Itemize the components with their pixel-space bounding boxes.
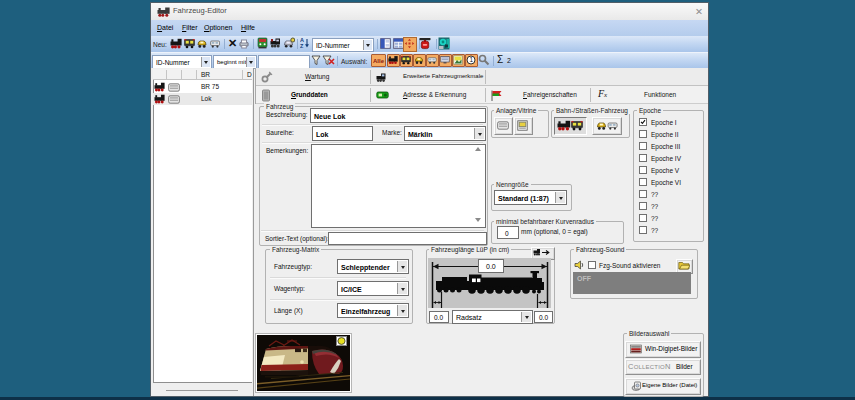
svg-text:1: 1 — [469, 56, 473, 63]
svg-text:Z: Z — [300, 43, 304, 49]
